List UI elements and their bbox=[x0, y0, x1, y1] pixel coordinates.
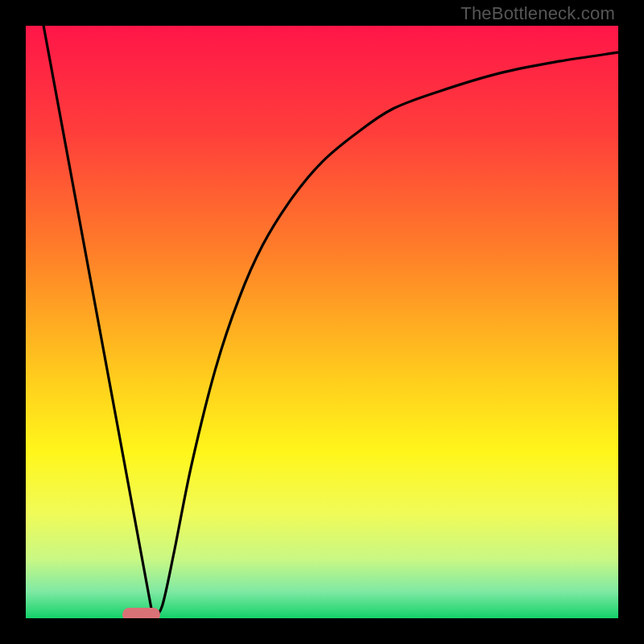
chart-frame: TheBottleneck.com bbox=[0, 0, 644, 644]
plot-area bbox=[26, 26, 618, 618]
min-point-marker bbox=[122, 608, 161, 618]
bottleneck-curve bbox=[26, 26, 618, 618]
watermark-text: TheBottleneck.com bbox=[460, 3, 615, 24]
